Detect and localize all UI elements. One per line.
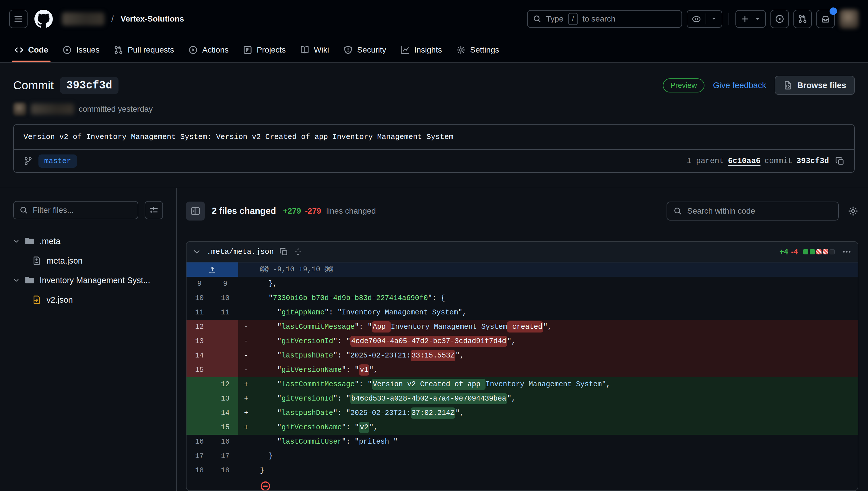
tab-actions[interactable]: Actions (182, 38, 235, 62)
diff-line-content: } (254, 463, 858, 478)
committer-name-redacted[interactable] (31, 104, 74, 115)
diff-line-context: 1616 "lastCommitUser": "pritesh " (187, 435, 858, 449)
github-logo-icon[interactable] (34, 10, 53, 28)
new-line-number[interactable] (212, 349, 238, 363)
old-line-number[interactable] (187, 392, 212, 406)
diff-line-content: "gitAppName": "Inventory Management Syst… (254, 306, 858, 320)
new-line-number[interactable]: 18 (212, 463, 238, 478)
new-line-number[interactable] (212, 363, 238, 377)
committer-avatar[interactable] (13, 103, 26, 116)
sidebar-collapse-icon (190, 206, 200, 216)
old-line-number[interactable]: 12 (187, 320, 212, 334)
diff-line-content: "lastpushDate": "2025-02-23T21:37:02.214… (254, 406, 858, 421)
tree-folder-inventory-management-syst[interactable]: Inventory Management Syst... (13, 270, 163, 290)
give-feedback-link[interactable]: Give feedback (713, 81, 766, 90)
tree-file-meta-json[interactable]: meta.json (13, 251, 163, 270)
book-icon (300, 46, 309, 55)
collapse-file-button[interactable] (193, 248, 201, 256)
collapse-sidebar-button[interactable] (186, 202, 205, 221)
tab-security[interactable]: Security (337, 38, 393, 62)
tab-wiki[interactable]: Wiki (294, 38, 335, 62)
pull-requests-button[interactable] (794, 10, 812, 28)
expand-hunk-button[interactable] (187, 262, 238, 277)
new-line-number[interactable]: 15 (212, 421, 238, 435)
issues-button[interactable] (770, 10, 789, 28)
new-line-number[interactable]: 16 (212, 435, 238, 449)
diff-line-content: "gitVersionName": "v1", (254, 363, 858, 377)
old-line-number[interactable]: 15 (187, 363, 212, 377)
breadcrumb-owner-redacted[interactable] (62, 12, 104, 26)
parent-sha-link[interactable]: 6c10aa6 (728, 157, 761, 165)
old-line-number[interactable]: 9 (187, 277, 212, 291)
old-line-number[interactable]: 18 (187, 463, 212, 478)
tab-code[interactable]: Code (8, 38, 55, 62)
old-line-number[interactable]: 17 (187, 449, 212, 463)
breadcrumb-repo-link[interactable]: Vertex-Solutions (121, 15, 184, 24)
file-code-icon (783, 81, 793, 90)
tree-item-label: v2.json (46, 295, 73, 305)
new-line-number[interactable]: 13 (212, 392, 238, 406)
tree-folder-meta[interactable]: .meta (13, 231, 163, 251)
unread-notification-dot (830, 7, 837, 15)
hamburger-menu-button[interactable] (9, 10, 28, 28)
filter-files-input[interactable]: Filter files... (13, 201, 138, 220)
header-actions: Type / to search (527, 9, 859, 29)
chevron-down-icon (193, 248, 201, 256)
browse-files-button[interactable]: Browse files (775, 76, 855, 95)
global-search-input[interactable]: Type / to search (527, 10, 682, 28)
folder-icon (25, 276, 34, 285)
copilot-menu-button[interactable] (706, 11, 722, 27)
tree-file-v2-json[interactable]: v2.json (13, 290, 163, 310)
old-line-number[interactable]: 11 (187, 306, 212, 320)
new-line-number[interactable] (212, 320, 238, 334)
new-line-number[interactable]: 10 (212, 291, 238, 306)
new-line-number[interactable] (212, 334, 238, 349)
new-line-number[interactable]: 11 (212, 306, 238, 320)
preview-badge[interactable]: Preview (663, 78, 704, 92)
new-line-number[interactable]: 17 (212, 449, 238, 463)
notifications-wrap (816, 10, 835, 28)
copy-sha-button[interactable] (835, 156, 844, 166)
new-line-number[interactable]: 14 (212, 406, 238, 421)
create-new-button[interactable] (736, 11, 754, 27)
old-line-number[interactable] (187, 406, 212, 421)
old-line-number[interactable]: 16 (187, 435, 212, 449)
git-pull-request-icon (798, 15, 807, 24)
search-within-code-placeholder: Search within code (687, 206, 755, 215)
new-line-number[interactable]: 12 (212, 377, 238, 392)
filter-options-button[interactable] (145, 201, 163, 220)
tab-pull-requests[interactable]: Pull requests (107, 38, 181, 62)
tab-issues[interactable]: Issues (56, 38, 106, 62)
tab-settings[interactable]: Settings (450, 38, 505, 62)
diff-sign (238, 306, 254, 320)
new-line-number[interactable]: 9 (212, 277, 238, 291)
search-within-code-input[interactable]: Search within code (666, 202, 839, 221)
browse-files-label: Browse files (797, 81, 846, 90)
user-avatar[interactable] (839, 9, 859, 29)
tab-projects[interactable]: Projects (237, 38, 292, 62)
file-added-icon (32, 295, 41, 305)
diff-main-area: 2 files changed +279 -279 lines changed … (177, 189, 868, 491)
grip-icon (294, 248, 303, 256)
commit-meta-row: committed yesterday (13, 102, 855, 117)
create-new-menu-button[interactable] (754, 11, 765, 27)
old-line-number[interactable]: 10 (187, 291, 212, 306)
file-options-button[interactable] (842, 247, 851, 256)
plus-icon (741, 15, 749, 23)
gear-icon (848, 206, 858, 216)
diff-line-context: 99 }, (187, 277, 858, 291)
old-line-number[interactable]: 13 (187, 334, 212, 349)
copy-file-path-button[interactable] (279, 248, 288, 256)
copilot-button[interactable] (687, 11, 706, 27)
old-line-number[interactable] (187, 421, 212, 435)
old-line-number[interactable] (187, 377, 212, 392)
diff-sign (238, 277, 254, 291)
file-drag-handle[interactable] (294, 248, 303, 256)
diff-settings-button[interactable] (848, 206, 858, 216)
old-line-number[interactable]: 14 (187, 349, 212, 363)
tab-insights[interactable]: Insights (394, 38, 448, 62)
create-new-button-group (736, 10, 766, 28)
diff-sign: + (238, 392, 254, 406)
issue-icon (63, 46, 72, 55)
branch-pill[interactable]: master (38, 154, 77, 168)
